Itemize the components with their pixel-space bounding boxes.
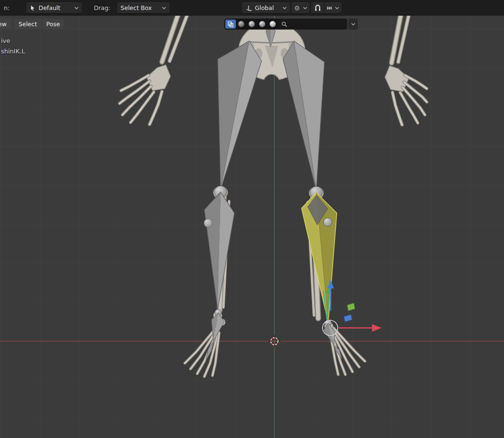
magnet-icon xyxy=(314,4,321,11)
drag-label: Drag: xyxy=(94,4,111,11)
pivot-point-dropdown[interactable] xyxy=(292,2,310,13)
pose-menu[interactable]: Pose xyxy=(42,19,64,29)
chevron-down-icon xyxy=(351,23,355,26)
pivot-point-icon xyxy=(294,5,300,11)
tool-settings-bar: n: Default Drag: Select Box Global xyxy=(0,0,504,16)
solid-shading-icon[interactable] xyxy=(246,20,257,29)
xray-toggle-icon[interactable] xyxy=(225,20,236,29)
material-preview-icon[interactable] xyxy=(257,20,267,29)
search-box[interactable] xyxy=(279,19,347,30)
chevron-down-icon xyxy=(74,7,79,10)
view-menu[interactable]: ew xyxy=(0,19,11,29)
header-collapse-dropdown[interactable] xyxy=(348,19,358,30)
increment-snap-icon xyxy=(327,5,332,11)
cursor-icon xyxy=(30,5,36,11)
select-menu[interactable]: Select xyxy=(14,19,41,29)
snap-settings-dropdown[interactable] xyxy=(324,2,342,13)
chevron-down-icon xyxy=(162,7,166,10)
active-tool-value: Default xyxy=(39,4,71,11)
axes-icon xyxy=(245,5,252,11)
rendered-shading-icon[interactable] xyxy=(267,20,278,29)
drag-mode-value: Select Box xyxy=(121,4,159,11)
active-tool-dropdown[interactable]: Default xyxy=(26,2,82,13)
orientation-label: n: xyxy=(4,4,10,11)
chevron-down-icon xyxy=(303,7,307,10)
chevron-down-icon xyxy=(282,7,287,10)
active-bone-text: shinIK.L xyxy=(1,46,25,57)
viewport-3d[interactable] xyxy=(0,0,504,438)
transform-orientation-dropdown[interactable]: Global xyxy=(242,2,290,13)
chevron-down-icon xyxy=(335,7,339,10)
snap-toggle-button[interactable] xyxy=(311,2,324,13)
search-icon xyxy=(282,21,287,27)
blender-window: n: Default Drag: Select Box Global xyxy=(0,0,504,438)
view-name-text: ive xyxy=(1,36,25,46)
drag-mode-dropdown[interactable]: Select Box xyxy=(117,2,170,13)
search-input[interactable] xyxy=(290,21,344,28)
viewport-info-overlay: ive shinIK.L xyxy=(1,36,25,57)
wireframe-shading-icon[interactable] xyxy=(236,20,246,29)
orientation-value: Global xyxy=(255,4,280,11)
